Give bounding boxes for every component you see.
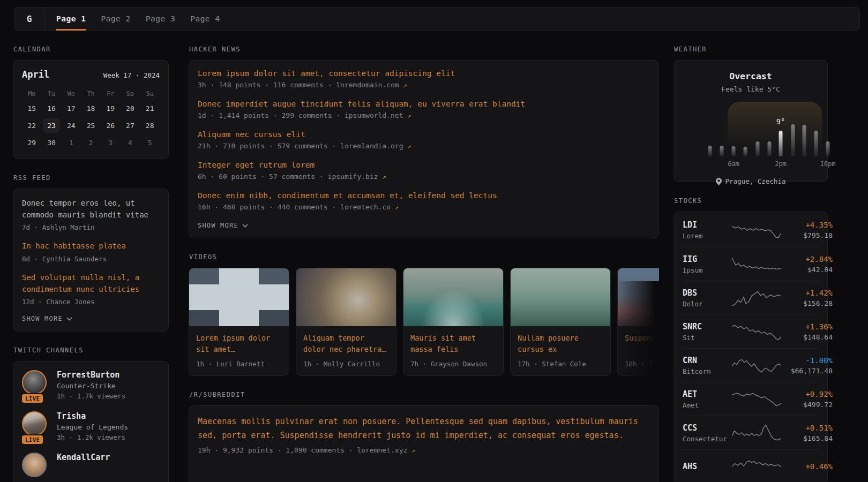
twitch-channel-name[interactable]: Trisha bbox=[57, 411, 128, 421]
page-tab[interactable]: Page 4 bbox=[183, 7, 227, 30]
stock-price: $156.28 bbox=[781, 299, 833, 307]
calendar-day: 24 bbox=[63, 118, 80, 133]
weather-condition: Overcast bbox=[683, 71, 819, 81]
weather-daylight-band bbox=[728, 102, 822, 156]
stock-row[interactable]: IIG Ipsum +2.84% $42.04 bbox=[683, 247, 819, 281]
video-thumbnail[interactable] bbox=[403, 268, 503, 326]
calendar-day: 23 bbox=[43, 118, 60, 133]
rss-item-meta: 12d · Chance Jones bbox=[22, 298, 160, 306]
calendar-day-grid: 1516171819202122232425262728293012345 bbox=[22, 101, 160, 150]
hackernews-item: Donec imperdiet augue tincidunt felis al… bbox=[198, 100, 650, 119]
hackernews-item: Donec enim nibh, condimentum et accumsan… bbox=[198, 191, 650, 211]
page-tab[interactable]: Page 2 bbox=[93, 7, 138, 30]
video-meta: 7h · Grayson Dawson bbox=[410, 360, 496, 368]
video-card[interactable]: Aliquam tempor dolor nec pharetra… 1h · … bbox=[296, 268, 396, 376]
widget-label-calendar: CALENDAR bbox=[13, 46, 169, 53]
calendar-day: 18 bbox=[82, 101, 99, 116]
external-link-icon[interactable]: ↗ bbox=[407, 142, 411, 150]
external-link-icon[interactable]: ↗ bbox=[407, 112, 411, 119]
external-link-icon[interactable]: ↗ bbox=[395, 204, 399, 211]
video-thumbnail[interactable] bbox=[511, 268, 610, 326]
page-tab[interactable]: Page 3 bbox=[138, 7, 183, 30]
weather-time-label: 2pm bbox=[775, 160, 787, 168]
hackernews-item: Integer eget rutrum lorem 6h · 60 points… bbox=[198, 161, 650, 180]
stock-symbol: AET bbox=[683, 389, 732, 399]
weather-hour-bar bbox=[720, 146, 724, 156]
video-title[interactable]: Aliquam tempor dolor nec pharetra… bbox=[303, 333, 389, 355]
twitch-channel-row[interactable]: KendallCarr bbox=[22, 453, 160, 477]
stock-row[interactable]: AHS +0.46% bbox=[683, 449, 819, 482]
widget-label-videos: VIDEOS bbox=[189, 253, 659, 261]
rss-item-title[interactable]: Sed volutpat nulla nisl, a condimentum n… bbox=[22, 273, 139, 293]
avatar bbox=[22, 370, 47, 395]
chevron-down-icon bbox=[242, 224, 248, 228]
video-card[interactable]: Suspendisse diam 18h · Tara bbox=[617, 268, 659, 376]
weather-widget: WEATHER Overcast Feels like 5°C bbox=[674, 46, 828, 182]
stock-change: +2.84% bbox=[781, 255, 833, 263]
hackernews-item-title[interactable]: Donec imperdiet augue tincidunt felis al… bbox=[198, 100, 650, 108]
stock-row[interactable]: CRN Bitcorn -1.00% $66,171.48 bbox=[683, 348, 819, 382]
video-title[interactable]: Lorem ipsum dolor sit amet consectetu… bbox=[196, 333, 282, 355]
video-title[interactable]: Mauris sit amet massa felis bbox=[410, 333, 496, 355]
page-tab[interactable]: Page 1 bbox=[49, 7, 93, 30]
calendar-widget: CALENDAR April Week 17 · 2024 MoTuWeThFr… bbox=[13, 46, 169, 159]
hackernews-item-meta: 1d · 1,414 points · 299 comments · ipsum… bbox=[198, 111, 650, 119]
calendar-day: 29 bbox=[23, 135, 40, 150]
video-card[interactable]: Lorem ipsum dolor sit amet consectetu… 1… bbox=[189, 268, 289, 376]
hackernews-item-title[interactable]: Integer eget rutrum lorem bbox=[198, 161, 650, 169]
twitch-channel-name[interactable]: KendallCarr bbox=[57, 453, 110, 462]
external-link-icon[interactable]: ↗ bbox=[411, 447, 415, 454]
widget-label-rss: RSS FEED bbox=[13, 174, 169, 182]
app-logo[interactable]: G bbox=[14, 7, 44, 30]
weather-hourly-chart: 9° bbox=[683, 105, 819, 156]
stock-sparkline bbox=[732, 289, 781, 307]
weather-hour-bar bbox=[768, 141, 772, 156]
video-thumbnail[interactable] bbox=[618, 268, 659, 326]
video-title[interactable]: Suspendisse diam bbox=[625, 333, 659, 355]
live-badge: LIVE bbox=[21, 393, 44, 404]
rss-show-more-button[interactable]: SHOW MORE bbox=[22, 315, 160, 322]
external-link-icon[interactable]: ↗ bbox=[382, 173, 386, 180]
video-thumbnail[interactable] bbox=[189, 268, 289, 326]
stock-row[interactable]: SNRC Sit +1.36% $148.64 bbox=[683, 314, 819, 348]
rss-item-title[interactable]: Donec tempor eros leo, ut commodo mauris… bbox=[22, 199, 148, 219]
twitch-channel-row[interactable]: LIVE ForrestBurton Counter-Strike 1h · 1… bbox=[22, 370, 160, 400]
twitch-channel-name[interactable]: ForrestBurton bbox=[57, 370, 125, 380]
external-link-icon[interactable]: ↗ bbox=[403, 81, 407, 89]
stock-change: +0.51% bbox=[781, 424, 833, 432]
twitch-channel-category: League of Legends bbox=[57, 423, 128, 431]
rss-item-title[interactable]: In hac habitasse platea bbox=[22, 242, 126, 250]
stock-name: Ipsum bbox=[683, 266, 732, 274]
stock-name: Bitcorn bbox=[683, 367, 732, 375]
stock-change: +0.92% bbox=[781, 390, 833, 398]
video-title[interactable]: Nullam posuere cursus ex bbox=[518, 333, 603, 355]
stock-change: +1.36% bbox=[781, 322, 833, 331]
weather-hour-bar bbox=[826, 141, 830, 156]
weather-hour-bar bbox=[814, 131, 818, 156]
calendar-day: 27 bbox=[122, 118, 139, 133]
stock-sparkline bbox=[732, 322, 781, 341]
stock-row[interactable]: CCS Consectetur +0.51% $165.84 bbox=[683, 416, 819, 449]
video-thumbnail[interactable] bbox=[296, 268, 396, 326]
video-card[interactable]: Mauris sit amet massa felis 7h · Grayson… bbox=[403, 268, 504, 376]
hackernews-item-title[interactable]: Lorem ipsum dolor sit amet, consectetur … bbox=[198, 69, 650, 78]
stock-row[interactable]: LDI Lorem +4.35% $795.18 bbox=[683, 213, 819, 247]
weather-time-labels: 6am2pm10pm bbox=[683, 160, 819, 169]
twitch-channel-row[interactable]: LIVE Trisha League of Legends 3h · 1.2k … bbox=[22, 411, 160, 441]
twitch-channel-category: Counter-Strike bbox=[57, 382, 125, 390]
calendar-day: 19 bbox=[102, 101, 119, 116]
hackernews-item-title[interactable]: Aliquam nec cursus elit bbox=[198, 130, 650, 139]
subreddit-post-title[interactable]: Maecenas mollis pulvinar erat non posuer… bbox=[198, 415, 650, 443]
weather-hour-bar bbox=[732, 146, 736, 156]
hackernews-show-more-button[interactable]: SHOW MORE bbox=[198, 222, 650, 229]
rss-item: Donec tempor eros leo, ut commodo mauris… bbox=[22, 198, 160, 231]
hackernews-item-title[interactable]: Donec enim nibh, condimentum et accumsan… bbox=[198, 191, 650, 200]
stock-sparkline bbox=[732, 356, 781, 374]
hackernews-list: Lorem ipsum dolor sit amet, consectetur … bbox=[198, 69, 650, 211]
stock-row[interactable]: AET Amet +0.92% $499.72 bbox=[683, 382, 819, 416]
stock-row[interactable]: DBS Dolor +1.42% $156.28 bbox=[683, 281, 819, 314]
calendar-weekday: Th bbox=[81, 87, 101, 101]
hackernews-item-meta: 21h · 710 points · 579 comments · loreml… bbox=[198, 142, 650, 150]
calendar-day: 4 bbox=[122, 135, 139, 150]
video-card[interactable]: Nullam posuere cursus ex 17h · Stefan Co… bbox=[510, 268, 611, 376]
